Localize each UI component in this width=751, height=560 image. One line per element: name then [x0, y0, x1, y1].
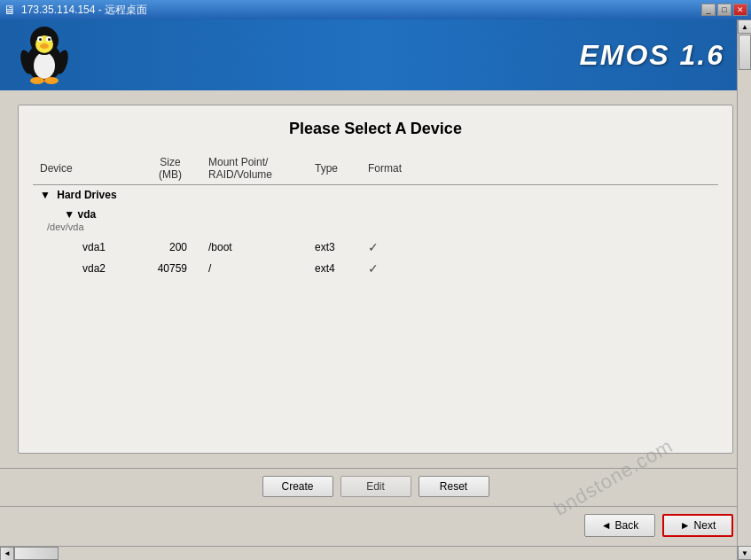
- separator-2: [0, 506, 751, 507]
- next-button[interactable]: ► Next: [662, 514, 733, 537]
- top-banner: EMOS 1.6: [0, 19, 751, 90]
- minimize-button[interactable]: _: [701, 4, 716, 16]
- scroll-down-button[interactable]: ▼: [738, 546, 751, 560]
- svg-point-1: [34, 52, 55, 79]
- vda1-mount: /boot: [201, 237, 308, 258]
- bottom-scrollbar: ◄ ►: [0, 546, 751, 560]
- svg-point-9: [30, 77, 44, 84]
- col-type: Type: [308, 152, 361, 185]
- vda2-name: vda2: [33, 258, 139, 279]
- device-table: Device Size(MB) Mount Point/RAID/Volume …: [33, 152, 718, 279]
- action-buttons: Create Edit Reset: [0, 476, 751, 497]
- next-arrow-icon: ►: [680, 519, 691, 532]
- vda2-type: ext4: [308, 258, 361, 279]
- hard-drives-row: ▼ Hard Drives: [33, 185, 718, 206]
- vda1-size: 200: [139, 237, 201, 258]
- window-content: EMOS 1.6 Please Select A Device Device S…: [0, 19, 751, 560]
- edit-button[interactable]: Edit: [340, 476, 411, 497]
- title-icon: 🖥: [4, 3, 16, 17]
- right-scrollbar: ▲ ▼: [737, 19, 751, 560]
- svg-point-6: [39, 38, 42, 41]
- close-button[interactable]: ✕: [733, 4, 747, 16]
- title-bar: 🖥 173.35.114.154 - 远程桌面 _ □ ✕: [0, 0, 751, 19]
- vda-name: ▼ vda /dev/vda: [33, 205, 139, 237]
- vda2-mount: /: [201, 258, 308, 279]
- window-title: 173.35.114.154 - 远程桌面: [21, 3, 147, 18]
- svg-point-8: [40, 43, 49, 49]
- vda2-row[interactable]: vda2 40759 / ext4 ✓: [33, 258, 718, 279]
- vda1-type: ext3: [308, 237, 361, 258]
- device-panel: Please Select A Device Device Size(MB) M…: [18, 105, 733, 454]
- back-arrow-icon: ◄: [601, 519, 612, 532]
- vda1-row[interactable]: vda1 200 /boot ext3 ✓: [33, 237, 718, 258]
- hard-drives-label: ▼ Hard Drives: [33, 185, 718, 206]
- nav-buttons: ◄ Back ► Next: [0, 514, 751, 546]
- col-mount: Mount Point/RAID/Volume: [201, 152, 308, 185]
- svg-point-7: [48, 38, 51, 41]
- col-size: Size(MB): [139, 152, 201, 185]
- vda1-format: ✓: [361, 237, 718, 258]
- create-button[interactable]: Create: [262, 476, 333, 497]
- tux-logo: [18, 25, 71, 85]
- h-scroll-track: [14, 547, 737, 560]
- scroll-thumb[interactable]: [739, 35, 751, 70]
- vda2-format: ✓: [361, 258, 718, 279]
- col-format: Format: [361, 152, 718, 185]
- main-area: Please Select A Device Device Size(MB) M…: [0, 90, 751, 468]
- scroll-left-button[interactable]: ◄: [0, 547, 14, 561]
- separator: [0, 468, 751, 469]
- vda-label: vda: [78, 208, 97, 221]
- emos-title: EMOS 1.6: [579, 39, 724, 72]
- vda2-size: 40759: [139, 258, 201, 279]
- vda1-name: vda1: [33, 237, 139, 258]
- expand-icon: ▼: [40, 189, 51, 201]
- vda-row[interactable]: ▼ vda /dev/vda: [33, 205, 718, 237]
- vda-path: /dev/vda: [47, 222, 84, 232]
- scroll-up-button[interactable]: ▲: [738, 19, 751, 34]
- svg-point-10: [44, 77, 59, 84]
- reset-button[interactable]: Reset: [419, 476, 489, 497]
- panel-title: Please Select A Device: [33, 120, 718, 138]
- back-button[interactable]: ◄ Back: [584, 514, 655, 537]
- maximize-button[interactable]: □: [717, 4, 731, 16]
- window-controls[interactable]: _ □ ✕: [701, 4, 747, 16]
- vda-expand-icon: ▼: [64, 208, 77, 221]
- col-device: Device: [33, 152, 139, 185]
